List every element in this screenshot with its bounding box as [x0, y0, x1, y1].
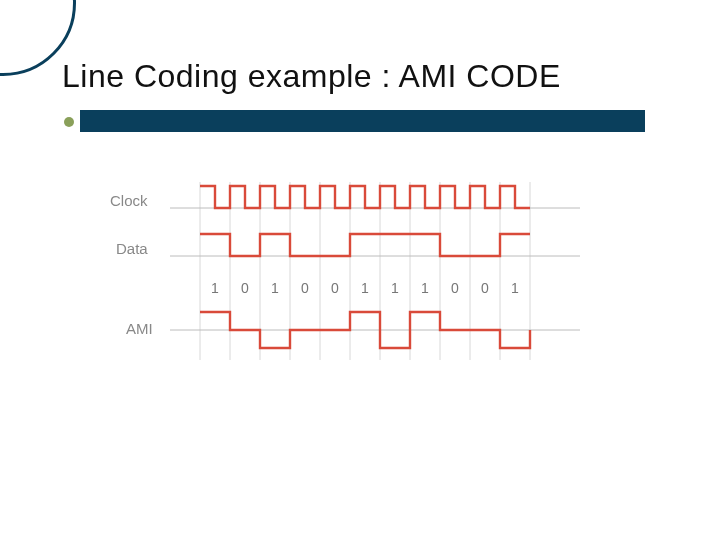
bit-label: 0 [230, 280, 260, 296]
title-underline [80, 110, 645, 132]
bit-label: 0 [290, 280, 320, 296]
row-label-clock: Clock [110, 192, 148, 209]
bit-label: 1 [350, 280, 380, 296]
timing-diagram: Clock Data AMI 10100111001 [110, 180, 610, 400]
page-title: Line Coding example : AMI CODE [62, 58, 561, 95]
row-label-ami: AMI [126, 320, 153, 337]
bit-label: 1 [500, 280, 530, 296]
bit-label: 1 [200, 280, 230, 296]
bit-label: 0 [470, 280, 500, 296]
bit-label: 1 [380, 280, 410, 296]
slide: Line Coding example : AMI CODE Clock Dat… [0, 0, 720, 540]
bullet-icon [64, 117, 74, 127]
bit-label: 0 [440, 280, 470, 296]
bit-label: 0 [320, 280, 350, 296]
bit-label: 1 [260, 280, 290, 296]
row-label-data: Data [116, 240, 148, 257]
bit-label: 1 [410, 280, 440, 296]
